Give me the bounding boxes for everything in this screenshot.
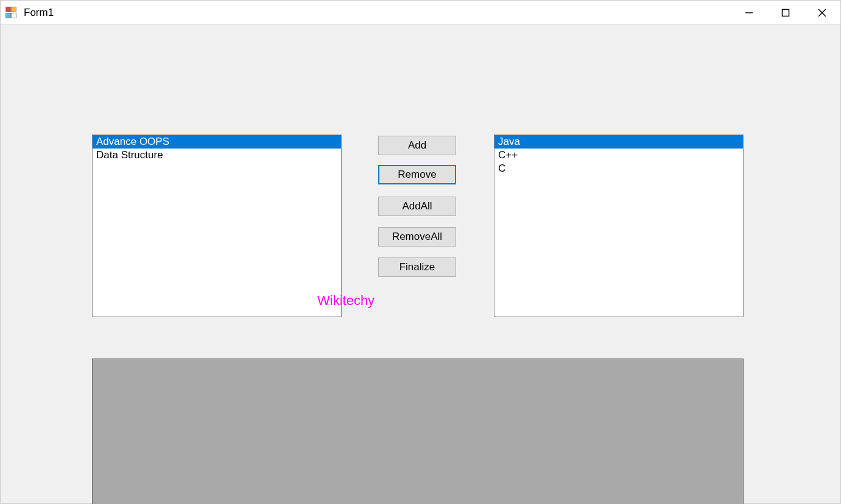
source-listbox[interactable]: Advance OOPSData Structure <box>92 135 342 317</box>
client-area: Advance OOPSData Structure Add Remove Ad… <box>1 25 840 503</box>
remove-button[interactable]: Remove <box>378 165 456 184</box>
close-button[interactable] <box>804 1 840 24</box>
minimize-button[interactable] <box>731 1 767 24</box>
destination-listbox[interactable]: JavaC++C <box>494 135 744 317</box>
window-controls <box>731 1 840 24</box>
titlebar[interactable]: Form1 <box>1 1 840 25</box>
remove-all-button[interactable]: RemoveAll <box>378 227 456 247</box>
maximize-button[interactable] <box>767 1 804 24</box>
watermark-label: Wikitechy <box>317 293 375 309</box>
window-title: Form1 <box>24 7 54 19</box>
list-item[interactable]: Java <box>494 135 743 149</box>
list-item[interactable]: C++ <box>494 149 743 162</box>
data-grid-panel[interactable] <box>92 359 744 504</box>
list-item[interactable]: C <box>494 162 743 175</box>
finalize-button[interactable]: Finalize <box>378 257 456 277</box>
list-item[interactable]: Data Structure <box>93 149 341 162</box>
svg-rect-1 <box>783 9 789 16</box>
add-button[interactable]: Add <box>378 136 456 155</box>
app-icon <box>5 7 18 19</box>
add-all-button[interactable]: AddAll <box>378 197 456 216</box>
app-window: Form1 Advance OOPSData Structure Add Rem… <box>0 0 841 504</box>
list-item[interactable]: Advance OOPS <box>93 135 341 149</box>
